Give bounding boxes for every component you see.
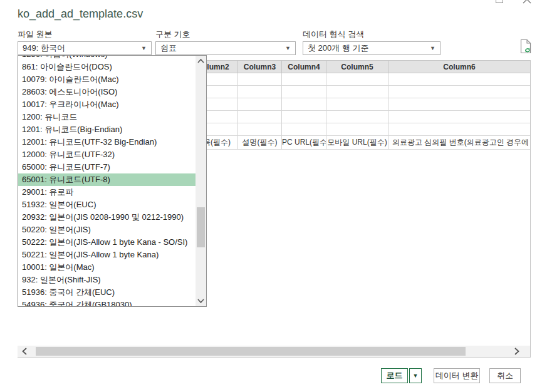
cancel-button[interactable]: 취소 <box>489 368 521 383</box>
column-header: Column5 <box>326 60 388 73</box>
encoding-option[interactable]: 12000: 유니코드(UTF-32) <box>18 148 196 161</box>
encoding-option[interactable]: 65000: 유니코드(UTF-7) <box>18 161 196 173</box>
scrollbar-thumb[interactable] <box>36 347 466 356</box>
encoding-option[interactable]: 50222: 일본어(JIS-Allow 1 byte Kana - SO/SI… <box>18 236 196 249</box>
page-title: ko_add_ad_template.csv <box>18 8 143 21</box>
encoding-option[interactable]: 1256: 아랍어(Windows) <box>18 55 196 61</box>
encoding-option[interactable]: 29001: 유로파 <box>18 186 196 199</box>
preview-pane-border <box>530 60 531 358</box>
data-type-select[interactable]: 첫 200개 행 기준 ▼ <box>303 41 441 55</box>
file-origin-dropdown-list: 1256: 아랍어(Windows) 861: 아이슬란드어(DOS) 1007… <box>18 55 207 307</box>
column-header: Column3 <box>238 60 282 73</box>
encoding-option[interactable]: 932: 일본어(Shift-JIS) <box>18 274 196 286</box>
data-type-label: 데이터 형식 검색 <box>303 29 364 39</box>
encoding-option[interactable]: 20932: 일본어(JIS 0208-1990 및 0212-1990) <box>18 211 196 224</box>
load-button[interactable]: 로드 <box>381 368 408 383</box>
horizontal-scrollbar[interactable] <box>18 346 530 357</box>
encoding-option[interactable]: 861: 아이슬란드어(DOS) <box>18 61 196 73</box>
table-header-row: Column2 Column3 Column4 Column5 Column6 <box>188 60 531 73</box>
encoding-option[interactable]: 1201: 유니코드(Big-Endian) <box>18 123 196 136</box>
table-row: 제목(필수) 설명(필수) PC URL(필수) 모바일 URL(필수) 의료광… <box>188 136 531 150</box>
table-cell: PC URL(필수) <box>282 136 326 150</box>
close-icon[interactable] <box>523 0 531 4</box>
scroll-down-icon[interactable] <box>196 296 206 306</box>
chevron-down-icon: ▼ <box>430 42 435 54</box>
table-cell: 모바일 URL(필수) <box>326 136 388 150</box>
table-row <box>188 86 531 98</box>
chevron-down-icon: ▼ <box>285 42 291 54</box>
scroll-left-icon[interactable] <box>19 346 30 357</box>
table-cell: 의료광고 심의필 번호(의료광고인 경우에 <box>388 136 531 150</box>
delimiter-label: 구분 기호 <box>155 29 190 39</box>
encoding-option[interactable]: 10079: 아이슬란드어(Mac) <box>18 73 196 86</box>
preview-pane-border <box>18 357 531 358</box>
table-row <box>188 123 531 136</box>
data-type-value: 첫 200개 행 기준 <box>308 43 369 53</box>
encoding-option[interactable]: 10017: 우크라이나어(Mac) <box>18 98 196 111</box>
delimiter-select[interactable]: 쉼표 ▼ <box>155 41 296 55</box>
table-row <box>188 73 531 86</box>
encoding-option[interactable]: 51932: 일본어(EUC) <box>18 199 196 211</box>
file-origin-label: 파일 원본 <box>18 29 53 39</box>
file-origin-value: 949: 한국어 <box>23 43 65 53</box>
delimiter-value: 쉼표 <box>160 43 177 53</box>
load-dropdown-button[interactable]: ▼ <box>409 368 422 383</box>
encoding-option[interactable]: 50221: 일본어(JIS-Allow 1 byte Kana) <box>18 249 196 261</box>
encoding-option[interactable]: 51936: 중국어 간체(EUC) <box>18 286 196 299</box>
encoding-option[interactable]: 10001: 일본어(Mac) <box>18 261 196 274</box>
table-row <box>188 98 531 111</box>
scroll-up-icon[interactable] <box>196 56 206 66</box>
maximize-icon[interactable] <box>496 0 503 3</box>
encoding-option[interactable]: 12001: 유니코드(UTF-32 Big-Endian) <box>18 136 196 148</box>
preview-table: Column2 Column3 Column4 Column5 Column6 … <box>188 60 531 150</box>
file-origin-select[interactable]: 949: 한국어 ▼ <box>18 41 152 55</box>
file-refresh-icon[interactable] <box>519 39 532 54</box>
chevron-down-icon: ▼ <box>141 42 147 54</box>
table-cell: 설명(필수) <box>238 136 282 150</box>
scrollbar-thumb[interactable] <box>197 207 205 247</box>
encoding-option[interactable]: 54936: 중국어 간체(GB18030) <box>18 299 196 307</box>
encoding-option-selected[interactable]: 65001: 유니코드(UTF-8) <box>18 173 196 186</box>
encoding-option[interactable]: 28603: 에스토니아어(ISO) <box>18 86 196 98</box>
encoding-option[interactable]: 1200: 유니코드 <box>18 111 196 123</box>
encoding-option[interactable]: 50220: 일본어(JIS) <box>18 224 196 236</box>
scroll-right-icon[interactable] <box>511 346 523 357</box>
column-header: Column6 <box>388 60 531 73</box>
table-row <box>188 111 531 123</box>
dropdown-scrollbar[interactable] <box>196 56 206 306</box>
encoding-options: 1256: 아랍어(Windows) 861: 아이슬란드어(DOS) 1007… <box>18 55 196 307</box>
transform-data-button[interactable]: 데이터 변환 <box>434 368 480 383</box>
column-header: Column4 <box>282 60 326 73</box>
